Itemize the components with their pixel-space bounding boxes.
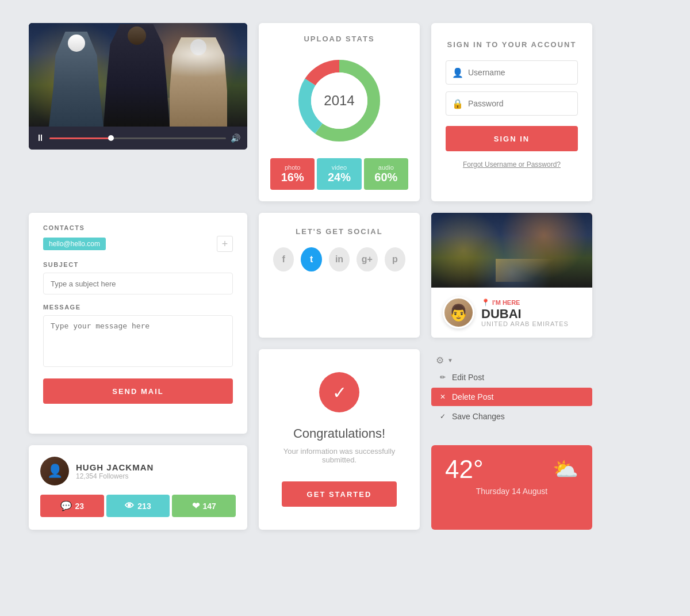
google-plus-button[interactable]: g+ bbox=[356, 247, 377, 271]
user-icon: 👤 bbox=[452, 67, 463, 78]
views-count: 213 bbox=[137, 502, 151, 511]
dropdown-arrow-icon[interactable]: ▼ bbox=[447, 357, 453, 364]
dropdown-menu-card: ⚙ ▼ ✏ Edit Post ✕ Delete Post ✓ Save Cha… bbox=[431, 349, 592, 434]
location-info: 👨 📍 I'M HERE DUBAI UNITED ARAB EMIRATES bbox=[431, 288, 592, 338]
progress-bar[interactable] bbox=[49, 137, 226, 139]
subject-label: SUBJECT bbox=[43, 261, 233, 268]
contact-form-card: CONTACTS hello@hello.com + SUBJECT MESSA… bbox=[29, 213, 247, 434]
congratulations-card: ✓ Congratulations! Your information was … bbox=[259, 349, 420, 530]
profile-info: HUGH JACKMAN 12,354 Followers bbox=[76, 462, 154, 480]
x-icon: ✕ bbox=[438, 393, 447, 401]
linkedin-button[interactable]: in bbox=[329, 247, 350, 271]
profile-name: HUGH JACKMAN bbox=[76, 462, 154, 472]
video-stat: video 24% bbox=[317, 158, 361, 190]
upload-stats-card: UPLOAD STATS 2014 photo 16% video bbox=[259, 23, 420, 201]
weather-temperature: 42° bbox=[445, 457, 484, 482]
message-label: MESSAGE bbox=[43, 304, 233, 311]
pause-button[interactable]: ⏸ bbox=[36, 133, 45, 143]
eye-icon: 👁 bbox=[125, 501, 134, 511]
delete-post-item[interactable]: ✕ Delete Post bbox=[431, 388, 592, 406]
location-badge: 📍 I'M HERE bbox=[481, 299, 581, 307]
upload-stats-title: UPLOAD STATS bbox=[270, 35, 408, 43]
heart-icon: ❤ bbox=[192, 500, 200, 511]
checkmark-icon: ✓ bbox=[332, 382, 347, 403]
sign-in-button[interactable]: SIGN IN bbox=[446, 126, 578, 151]
donut-chart: 2014 bbox=[293, 55, 385, 147]
forgot-password-link[interactable]: Forgot Username or Password? bbox=[446, 160, 578, 169]
congrats-title: Congratulations! bbox=[276, 426, 402, 441]
progress-dot bbox=[108, 135, 114, 141]
twitter-button[interactable]: t bbox=[301, 247, 321, 271]
comment-icon: 💬 bbox=[60, 500, 72, 511]
weather-card: 42° ⛅ Thursday 14 August bbox=[431, 445, 592, 530]
password-group: 🔒 bbox=[446, 91, 578, 116]
contacts-label: CONTACTS bbox=[43, 224, 233, 231]
get-started-button[interactable]: GET STARTED bbox=[282, 481, 397, 507]
send-mail-button[interactable]: SEND MAIL bbox=[43, 378, 233, 404]
dropdown-header: ⚙ ▼ bbox=[431, 355, 592, 366]
audio-label: audio bbox=[367, 164, 405, 171]
username-group: 👤 bbox=[446, 60, 578, 85]
location-image bbox=[431, 213, 592, 288]
volume-icon[interactable]: 🔊 bbox=[231, 133, 240, 143]
checkmark-small-icon: ✓ bbox=[438, 412, 447, 420]
sign-in-card: SIGN IN TO YOUR ACCOUNT 👤 🔒 SIGN IN Forg… bbox=[431, 23, 592, 201]
username-input[interactable] bbox=[468, 68, 572, 77]
email-tag: hello@hello.com bbox=[43, 238, 106, 250]
lock-icon: 🔒 bbox=[452, 98, 463, 109]
video-controls: ⏸ 🔊 bbox=[29, 127, 247, 150]
delete-post-label: Delete Post bbox=[452, 392, 493, 401]
comments-stat: 💬 23 bbox=[40, 495, 104, 517]
social-title: LET'S GET SOCIAL bbox=[273, 227, 405, 236]
likes-count: 147 bbox=[203, 502, 216, 511]
edit-post-label: Edit Post bbox=[452, 373, 484, 382]
subject-input[interactable] bbox=[43, 273, 233, 294]
pin-icon: 📍 bbox=[481, 299, 490, 307]
pinterest-button[interactable]: p bbox=[385, 247, 405, 271]
location-avatar: 👨 bbox=[443, 297, 474, 328]
audio-pct: 60% bbox=[367, 171, 405, 184]
views-stat: 👁 213 bbox=[106, 495, 170, 517]
location-details: 📍 I'M HERE DUBAI UNITED ARAB EMIRATES bbox=[481, 299, 581, 327]
location-city: DUBAI bbox=[481, 308, 581, 320]
settings-icon[interactable]: ⚙ bbox=[436, 355, 444, 366]
weather-top: 42° ⛅ bbox=[445, 457, 578, 482]
profile-avatar: 👤 bbox=[40, 457, 69, 485]
photo-stat: photo 16% bbox=[270, 158, 315, 190]
check-circle: ✓ bbox=[319, 372, 359, 412]
video-thumbnail bbox=[29, 23, 247, 127]
weather-date: Thursday 14 August bbox=[445, 487, 578, 496]
video-label: video bbox=[320, 164, 358, 171]
save-changes-item[interactable]: ✓ Save Changes bbox=[431, 407, 592, 426]
photo-label: photo bbox=[274, 164, 311, 171]
photo-pct: 16% bbox=[274, 171, 311, 184]
donut-year: 2014 bbox=[324, 93, 354, 109]
profile-header: 👤 HUGH JACKMAN 12,354 Followers bbox=[40, 457, 236, 485]
edit-post-item[interactable]: ✏ Edit Post bbox=[431, 368, 592, 387]
progress-fill bbox=[49, 137, 111, 139]
sign-in-title: SIGN IN TO YOUR ACCOUNT bbox=[446, 40, 578, 49]
video-pct: 24% bbox=[320, 171, 358, 184]
weather-icon: ⛅ bbox=[553, 457, 578, 481]
video-player[interactable]: ⏸ 🔊 bbox=[29, 23, 247, 150]
location-country: UNITED ARAB EMIRATES bbox=[481, 320, 581, 327]
congrats-subtitle: Your information was successfully submit… bbox=[276, 447, 402, 464]
save-changes-label: Save Changes bbox=[452, 412, 505, 421]
facebook-button[interactable]: f bbox=[273, 247, 294, 271]
password-input[interactable] bbox=[468, 99, 572, 108]
comments-count: 23 bbox=[75, 502, 85, 511]
contacts-row: hello@hello.com + bbox=[43, 236, 233, 252]
weather-day: Thursday bbox=[476, 487, 509, 496]
profile-followers: 12,354 Followers bbox=[76, 472, 154, 480]
message-input[interactable] bbox=[43, 315, 233, 367]
pencil-icon: ✏ bbox=[438, 373, 447, 381]
profile-stats: 💬 23 👁 213 ❤ 147 bbox=[40, 495, 236, 517]
location-badge-text: I'M HERE bbox=[492, 299, 520, 306]
stats-bars: photo 16% video 24% audio 60% bbox=[270, 158, 408, 190]
social-icons-row: f t in g+ p bbox=[273, 247, 405, 271]
likes-stat: ❤ 147 bbox=[172, 495, 236, 517]
weather-date-text: 14 August bbox=[512, 487, 547, 496]
profile-card: 👤 HUGH JACKMAN 12,354 Followers 💬 23 👁 2… bbox=[29, 445, 247, 530]
audio-stat: audio 60% bbox=[364, 158, 408, 190]
add-contact-button[interactable]: + bbox=[217, 236, 233, 252]
